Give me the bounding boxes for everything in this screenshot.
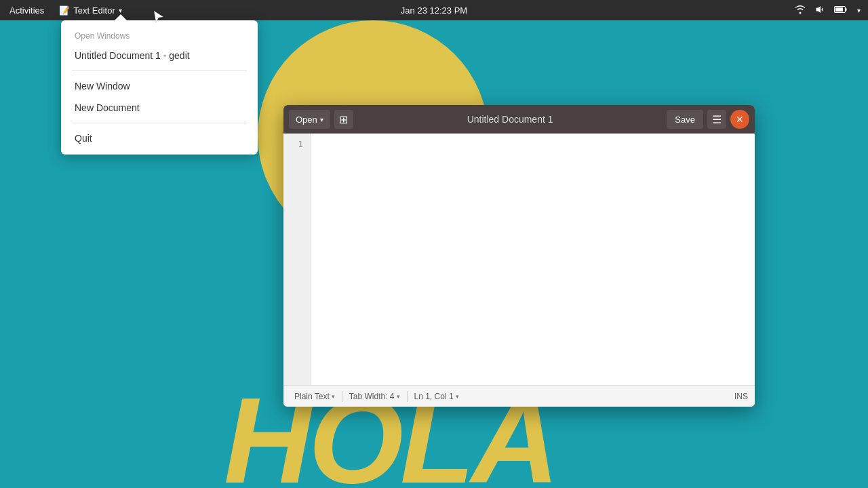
new-document-item[interactable]: New Document (61, 97, 258, 119)
cursor-pos-dropdown-icon: ▾ (456, 393, 459, 400)
tab-width-label: Tab Width: 4 (349, 392, 395, 401)
topbar-left: Activities 📝 Text Editor ▾ (0, 0, 127, 20)
line-numbers: 1 (283, 134, 311, 385)
open-windows-label: Open Windows (61, 26, 258, 45)
insert-mode-label: INS (734, 392, 748, 401)
topbar-arrow-icon[interactable]: ▾ (855, 7, 863, 14)
open-button[interactable]: Open ▾ (289, 110, 330, 129)
svg-rect-1 (846, 8, 847, 11)
status-separator-2 (407, 391, 408, 402)
gedit-window: Open ▾ ⊞ Untitled Document 1 Save ☰ ✕ 1 (283, 105, 755, 407)
volume-icon[interactable] (813, 5, 827, 16)
editor-area[interactable]: 1 (283, 134, 755, 385)
svg-rect-2 (835, 7, 843, 12)
tab-width-dropdown-icon: ▾ (397, 393, 400, 400)
plain-text-label: Plain Text (294, 392, 330, 401)
new-tab-button[interactable]: ⊞ (334, 110, 353, 129)
topbar-right: ▾ (793, 5, 868, 16)
activities-button[interactable]: Activities (3, 0, 51, 20)
app-menu-label: Text Editor (73, 5, 115, 16)
close-button[interactable]: ✕ (730, 110, 749, 129)
open-button-label: Open (296, 115, 317, 125)
document-title: Untitled Document 1 (357, 114, 663, 125)
hamburger-icon: ☰ (712, 113, 722, 126)
save-button[interactable]: Save (667, 110, 703, 129)
open-window-item[interactable]: Untitled Document 1 - gedit (61, 45, 258, 66)
tab-width-selector[interactable]: Tab Width: 4 ▾ (345, 392, 404, 401)
topbar-datetime: Jan 23 12:23 PM (401, 5, 467, 16)
app-icon: 📝 (59, 5, 70, 16)
open-button-arrow-icon: ▾ (320, 116, 323, 123)
battery-icon[interactable] (832, 5, 850, 16)
hamburger-menu-button[interactable]: ☰ (707, 110, 726, 129)
gedit-statusbar: Plain Text ▾ Tab Width: 4 ▾ Ln 1, Col 1 … (283, 385, 755, 407)
new-tab-icon: ⊞ (339, 113, 348, 126)
gedit-titlebar: Open ▾ ⊞ Untitled Document 1 Save ☰ ✕ (283, 105, 755, 134)
wifi-icon[interactable] (793, 5, 808, 16)
close-icon: ✕ (736, 114, 744, 125)
cursor-position-selector[interactable]: Ln 1, Col 1 ▾ (410, 392, 463, 401)
menu-separator-2 (72, 123, 247, 123)
language-dropdown-icon: ▾ (332, 393, 335, 400)
topbar: Activities 📝 Text Editor ▾ Jan 23 12:23 … (0, 0, 868, 20)
line-number-1: 1 (290, 139, 303, 149)
cursor-position-label: Ln 1, Col 1 (414, 392, 454, 401)
new-window-item[interactable]: New Window (61, 75, 258, 97)
menu-separator-1 (72, 70, 247, 71)
app-dropdown-menu: Open Windows Untitled Document 1 - gedit… (61, 20, 258, 155)
quit-item[interactable]: Quit (61, 127, 258, 149)
editor-content[interactable] (311, 134, 755, 385)
status-separator-1 (342, 391, 342, 402)
dropdown-arrow (114, 14, 127, 21)
language-selector[interactable]: Plain Text ▾ (290, 392, 339, 401)
app-menu-arrow-icon: ▾ (119, 7, 122, 14)
